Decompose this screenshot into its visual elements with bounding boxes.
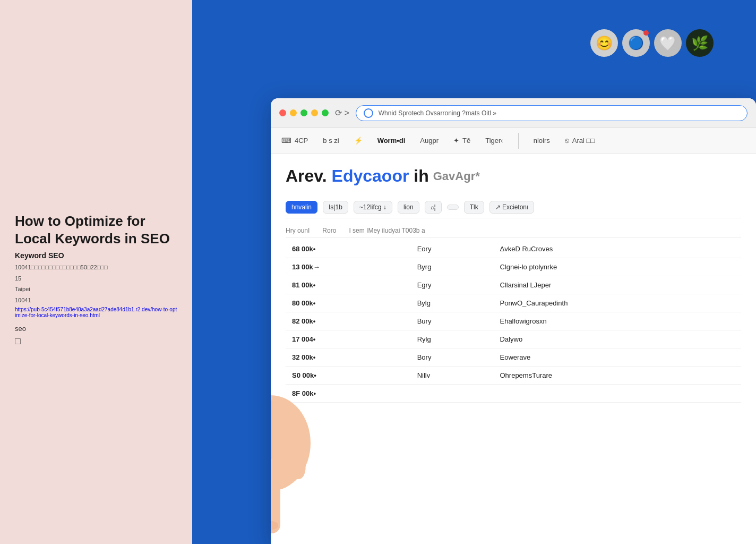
browser-nav: ⌨ 4CP b s zi ⚡ Worm•di Augpr ✦ Tē Tiger‹	[271, 128, 756, 154]
sidebar-meta3: Taipei	[15, 285, 177, 294]
cell-keyword: PonwO_Caurapedinth	[493, 294, 741, 312]
page-title-part1: Arev. Edycaoor ih	[286, 166, 429, 186]
cell-diff: Bory	[411, 348, 494, 367]
cell-diff: Byrg	[411, 258, 494, 276]
cell-keyword: OhrepemsTurare	[493, 367, 741, 385]
cell-keyword: Cllarsinal LJeper	[493, 276, 741, 294]
cell-diff: Rylg	[411, 330, 494, 348]
sidebar-meta1: 10041□□□□□□□□□□□□□□50□22□□□	[15, 263, 177, 272]
browser-icon-4[interactable]: 🌿	[686, 29, 714, 57]
top-icons-area: 😊 🔵 🤍 🌿	[590, 29, 714, 57]
browser-icon-3[interactable]: 🤍	[654, 29, 682, 57]
title-ih: ih	[414, 166, 428, 185]
subheader-col3: I sem IMey iludyai T003b a	[349, 227, 425, 234]
nav-item-augpr[interactable]: Augpr	[420, 137, 439, 144]
extra-button2[interactable]	[322, 109, 329, 116]
filter-col6[interactable]	[447, 205, 459, 210]
title-arev: Arev.	[286, 166, 332, 185]
filter-invalin[interactable]: hnvalin	[286, 201, 317, 214]
sub-header-row: Hry ounI Roro I sem IMey iludyai T003b a	[286, 224, 741, 238]
sidebar-icon: □	[15, 336, 177, 347]
browser-chrome: ⟳ > Whnid Sprotech Ovsarroning ?rnats Oi…	[271, 98, 756, 128]
sidebar-tag: seo	[15, 325, 177, 333]
nav-item-nloirs[interactable]: nloirs	[534, 137, 550, 144]
cell-keyword: ΔvkeD RuCroves	[493, 240, 741, 258]
secure-icon	[364, 108, 373, 118]
nav-item-2[interactable]: b s zi	[323, 137, 339, 144]
nav-icon-te: ✦	[453, 137, 459, 144]
filter-tlk[interactable]: Tlk	[464, 201, 484, 214]
hand-overlay	[271, 294, 409, 544]
nav-item-1[interactable]: ⌨ 4CP	[281, 137, 308, 144]
nav-icon-3: ⚡	[354, 137, 363, 144]
maximize-button[interactable]	[300, 109, 307, 116]
table-row: 81 00k• Egry Cllarsinal LJeper	[286, 276, 741, 294]
nav-label-aral: Aral □□	[572, 137, 595, 144]
hand-svg	[271, 294, 409, 544]
cell-diff: Bury	[411, 312, 494, 330]
address-text: Whnid Sprotech Ovsarroning ?rnats Oitl »	[379, 109, 740, 117]
nav-icon-1: ⌨	[281, 137, 291, 144]
subheader-col2: Roro	[322, 227, 336, 234]
page-title-part3: GavAgr*	[433, 169, 480, 183]
back-forward-buttons[interactable]: ⟳ >	[335, 108, 349, 118]
cell-vol: 68 00k•	[286, 240, 411, 258]
notification-badge	[643, 30, 649, 36]
nav-icon: ⟳ >	[335, 108, 349, 118]
filter-exc[interactable]: ↗ Excietonı	[489, 201, 535, 214]
cell-keyword: Clgnei-lo ptolynrke	[493, 258, 741, 276]
cell-keyword: Dalywo	[493, 330, 741, 348]
filter-row: hnvalin Is|1b ~12lifcg ↓ lion ⌕¦ Tlk ↗ E…	[286, 197, 741, 218]
page-title-row: Arev. Edycaoor ih GavAgr*	[286, 166, 741, 186]
nav-item-3[interactable]: ⚡	[354, 137, 363, 144]
filter-istb[interactable]: Is|1b	[323, 201, 348, 214]
main-area: 😊 🔵 🤍 🌿 ⟳ > Whnid Sprotech Ovsarroning	[192, 0, 756, 544]
cell-diff: Bylg	[411, 294, 494, 312]
nav-label-augpr: Augpr	[420, 137, 439, 144]
filter-lion[interactable]: lion	[398, 201, 419, 214]
sidebar-meta2: 15	[15, 274, 177, 283]
address-bar[interactable]: Whnid Sprotech Ovsarroning ?rnats Oitl »	[356, 105, 748, 121]
nav-item-te[interactable]: ✦ Tē	[453, 137, 470, 144]
subheader-col1: Hry ounI	[286, 227, 310, 234]
cell-diff: Eory	[411, 240, 494, 258]
filter-difficulty[interactable]: ~12lifcg ↓	[354, 201, 392, 214]
sidebar-url[interactable]: https://pub-5c454f571b8e40a3a2aad27ade84…	[15, 307, 177, 318]
title-edycaoor: Edycaoor	[332, 166, 409, 185]
cell-diff: Egry	[411, 276, 494, 294]
cell-keyword	[493, 385, 741, 403]
nav-label-2: b s zi	[323, 137, 339, 144]
sidebar-title: How to Optimize for Local Keywords in SE…	[15, 212, 177, 247]
minimize-button[interactable]	[290, 109, 297, 116]
nav-label-worm: Worm•di	[377, 137, 406, 144]
browser-icon-2[interactable]: 🔵	[622, 29, 650, 57]
browser-icon-1[interactable]: 😊	[590, 29, 618, 57]
extra-button[interactable]	[311, 109, 318, 116]
cell-vol: 13 00k→	[286, 258, 411, 276]
cell-vol: 81 00k•	[286, 276, 411, 294]
nav-icon-aral: ⎋	[565, 137, 569, 144]
nav-item-tiger[interactable]: Tiger‹	[485, 137, 503, 144]
traffic-lights	[279, 109, 329, 116]
cell-keyword: Eowerave	[493, 348, 741, 367]
filter-col5[interactable]: ⌕¦	[425, 201, 442, 214]
cell-keyword: Ehalfowigrosxn	[493, 312, 741, 330]
divider	[518, 133, 519, 149]
nav-item-worm[interactable]: Worm•di	[377, 137, 406, 144]
nav-label-te: Tē	[462, 137, 470, 144]
close-button[interactable]	[279, 109, 286, 116]
sidebar: How to Optimize for Local Keywords in SE…	[0, 0, 192, 544]
cell-diff: Nillv	[411, 367, 494, 385]
table-row: 68 00k• Eory ΔvkeD RuCroves	[286, 240, 741, 258]
nav-item-aral[interactable]: ⎋ Aral □□	[565, 137, 595, 144]
nav-label-nloirs: nloirs	[534, 137, 550, 144]
nav-label-1: 4CP	[295, 137, 308, 144]
cell-diff	[411, 385, 494, 403]
nav-label-tiger: Tiger‹	[485, 137, 503, 144]
sidebar-subtitle: Keyword SEO	[15, 251, 177, 260]
table-row: 13 00k→ Byrg Clgnei-lo ptolynrke	[286, 258, 741, 276]
sidebar-meta4: 10041	[15, 296, 177, 305]
